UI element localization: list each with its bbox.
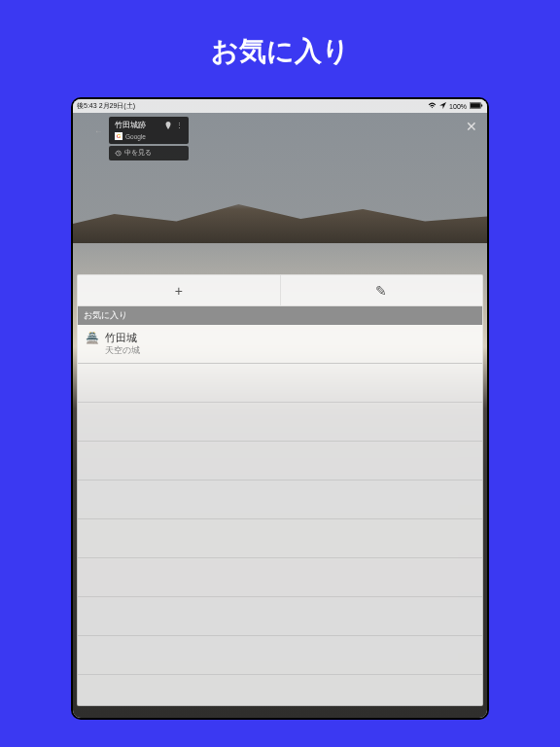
- pin-icon[interactable]: [165, 122, 171, 130]
- location-icon: [439, 102, 446, 110]
- svg-rect-1: [471, 103, 480, 108]
- wifi-icon: [428, 102, 437, 110]
- list-item-empty: [78, 403, 482, 442]
- device-frame: 後5:43 2月29日(土) 100% ←: [71, 97, 489, 720]
- kebab-icon[interactable]: ⋮: [176, 122, 183, 130]
- page-title: お気に入り: [0, 0, 560, 97]
- history-icon: [115, 150, 122, 158]
- google-logo-icon: [115, 132, 122, 140]
- battery-percent: 100%: [449, 103, 467, 110]
- svg-rect-2: [481, 104, 482, 106]
- device-screen: 後5:43 2月29日(土) 100% ←: [73, 99, 487, 718]
- edit-button[interactable]: ✎: [280, 275, 483, 305]
- back-arrow[interactable]: ←: [92, 124, 105, 138]
- map-attribution-bar: [73, 708, 487, 716]
- favorites-list[interactable]: 🏯 竹田城 天空の城: [78, 325, 482, 705]
- close-icon[interactable]: ✕: [466, 119, 477, 134]
- list-item[interactable]: 🏯 竹田城 天空の城: [78, 325, 482, 364]
- pencil-icon: ✎: [375, 283, 387, 299]
- streetview-info-card[interactable]: 竹田城跡 ⋮ Google: [109, 117, 189, 144]
- list-item-empty: [78, 636, 482, 675]
- streetview-sub-action-label: 中を見る: [124, 149, 152, 158]
- list-item-empty: [78, 480, 482, 519]
- status-date: 2月29日(土): [99, 101, 135, 111]
- add-button[interactable]: +: [78, 275, 280, 305]
- list-item-empty: [78, 519, 482, 558]
- streetview-provider: Google: [125, 133, 146, 140]
- favorites-section-header: お気に入り: [78, 306, 482, 325]
- favorites-sheet: + ✎ お気に入り 🏯 竹田城 天空の城: [77, 274, 483, 706]
- streetview-sub-action[interactable]: 中を見る: [109, 146, 189, 160]
- status-time: 後5:43: [77, 101, 97, 111]
- streetview-place-name: 竹田城跡: [115, 121, 146, 130]
- favorite-title: 竹田城: [105, 331, 140, 345]
- list-item-empty: [78, 597, 482, 636]
- favorites-toolbar: + ✎: [78, 275, 482, 306]
- favorite-subtitle: 天空の城: [105, 345, 140, 357]
- battery-icon: [470, 102, 483, 110]
- list-item-empty: [78, 442, 482, 480]
- status-bar: 後5:43 2月29日(土) 100%: [73, 99, 487, 113]
- list-item-empty: [78, 364, 482, 403]
- plus-icon: +: [175, 283, 183, 299]
- castle-icon: 🏯: [86, 331, 99, 344]
- list-item-empty: [78, 558, 482, 597]
